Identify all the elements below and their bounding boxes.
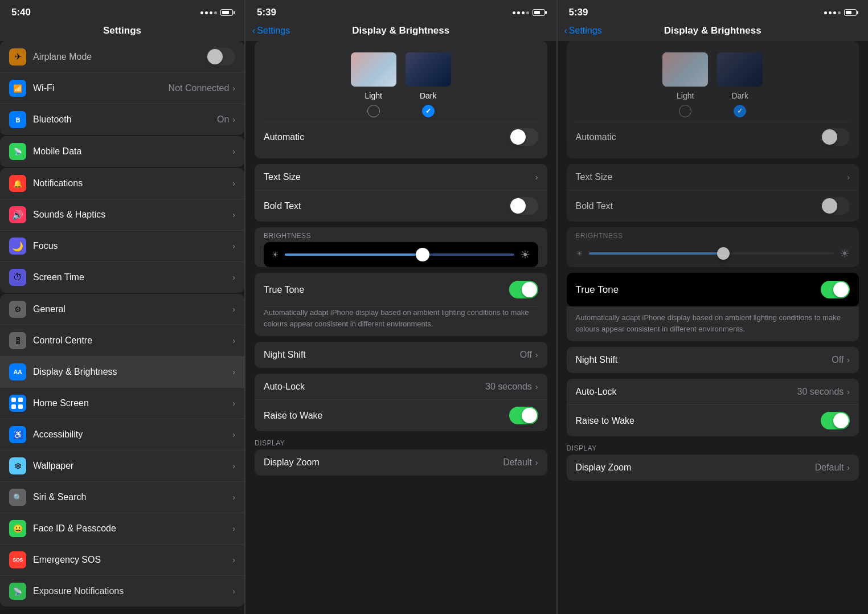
display-zoom-item-1[interactable]: Display Zoom Default › [255, 449, 547, 476]
airplane-toggle[interactable] [206, 48, 235, 66]
wallpaper-item[interactable]: ❄ Wallpaper › [0, 451, 244, 482]
mobile-data-group: 📡 Mobile Data › [0, 136, 244, 167]
dark-mode-option-2[interactable]: Dark [717, 52, 763, 117]
true-tone-toggle-1[interactable] [509, 281, 538, 298]
bold-toggle-2[interactable] [821, 197, 850, 215]
bold-text-item-1[interactable]: Bold Text [255, 190, 547, 222]
light-mode-option-1[interactable]: Light [351, 52, 396, 117]
focus-label: Focus [33, 241, 232, 251]
airplane-icon: ✈ [9, 48, 26, 66]
text-size-label-1: Text Size [264, 172, 535, 182]
light-preview-1 [351, 52, 396, 87]
display-label: Display & Brightness [33, 367, 232, 377]
display-section-label-1: DISPLAY [255, 437, 547, 449]
accessibility-item[interactable]: ♿ Accessibility › [0, 419, 244, 451]
lock-group-2: Auto-Lock 30 seconds › Raise to Wake [567, 379, 859, 436]
focus-item[interactable]: 🌙 Focus › [0, 231, 244, 262]
brightness-thumb-2[interactable] [717, 247, 730, 260]
bold-toggle-1[interactable] [509, 197, 538, 215]
bluetooth-item[interactable]: ʙ Bluetooth On › [0, 104, 244, 135]
screen-time-icon: ⏱ [9, 269, 26, 286]
wifi-icon: 📶 [9, 80, 26, 97]
page-title-2: Display & Brightness [352, 25, 449, 36]
auto-lock-item-1[interactable]: Auto-Lock 30 seconds › [255, 374, 547, 400]
back-button-3[interactable]: ‹ Settings [564, 26, 602, 36]
automatic-toggle-2[interactable] [821, 128, 850, 146]
siri-item[interactable]: 🔍 Siri & Search › [0, 482, 244, 513]
status-time-1: 5:40 [11, 7, 31, 18]
raise-to-wake-item-1[interactable]: Raise to Wake [255, 400, 547, 431]
raise-to-wake-toggle-2[interactable] [821, 412, 850, 429]
light-label-2: Light [677, 91, 694, 100]
display-zoom-value-1: Default [503, 457, 532, 468]
automatic-toggle-1[interactable] [509, 128, 538, 146]
raise-to-wake-toggle-1[interactable] [509, 407, 538, 424]
brightness-thumb-1[interactable] [416, 248, 429, 261]
appearance-section-2: Light Dark Automatic [567, 41, 859, 158]
toggle-knob [822, 198, 837, 214]
brightness-section-2: BRIGHTNESS ☀ ☀ [567, 227, 859, 267]
light-mode-option-2[interactable]: Light [662, 52, 708, 117]
light-radio-1[interactable] [367, 105, 380, 117]
focus-icon: 🌙 [9, 238, 26, 255]
night-shift-item-1[interactable]: Night Shift Off › [255, 342, 547, 368]
true-tone-highlight-2[interactable]: True Tone [567, 273, 859, 306]
home-screen-item[interactable]: Home Screen › [0, 388, 244, 419]
toggle-knob [510, 198, 526, 214]
wifi-item[interactable]: 📶 Wi-Fi Not Connected › [0, 73, 244, 104]
wifi-value: Not Connected [169, 83, 230, 93]
signal-dot [522, 11, 525, 14]
mobile-data-label: Mobile Data [33, 146, 232, 157]
true-tone-item-1[interactable]: True Tone [264, 273, 538, 307]
chevron-icon: › [847, 387, 850, 396]
bold-text-item-2[interactable]: Bold Text [567, 190, 859, 222]
auto-lock-value-2: 30 seconds [797, 387, 844, 397]
automatic-label-1: Automatic [264, 132, 509, 142]
dark-mode-option-1[interactable]: Dark [406, 52, 451, 117]
dark-radio-2[interactable] [734, 105, 746, 117]
chevron-icon: › [535, 382, 538, 391]
airplane-mode-item[interactable]: ✈ Airplane Mode [0, 41, 244, 73]
sounds-item[interactable]: 🔊 Sounds & Haptics › [0, 199, 244, 231]
display-section-2: DISPLAY Display Zoom Default › [567, 442, 859, 481]
back-chevron: ‹ [564, 26, 567, 36]
display-section-1: DISPLAY Display Zoom Default › [255, 437, 547, 476]
chevron-icon: › [232, 524, 235, 533]
text-size-item-1[interactable]: Text Size › [255, 164, 547, 190]
mobile-data-item[interactable]: 📡 Mobile Data › [0, 136, 244, 167]
brightness-track-2[interactable] [589, 252, 834, 255]
notifications-item[interactable]: 🔔 Notifications › [0, 168, 244, 199]
text-size-item-2[interactable]: Text Size › [567, 164, 859, 190]
appearance-section-1: Light Dark Automatic [255, 41, 547, 158]
status-bar-3: 5:39 [558, 0, 869, 23]
auto-lock-item-2[interactable]: Auto-Lock 30 seconds › [567, 379, 859, 405]
general-item[interactable]: ⚙ General › [0, 294, 244, 325]
display-brightness-item[interactable]: AA Display & Brightness › [0, 357, 244, 388]
night-shift-label-1: Night Shift [264, 350, 520, 360]
raise-to-wake-item-2[interactable]: Raise to Wake [567, 405, 859, 436]
control-centre-icon: 🎛 [9, 332, 26, 349]
true-tone-toggle-2[interactable] [821, 281, 850, 298]
display-content-2: Light Dark Automatic [558, 41, 869, 614]
status-icons-2 [513, 9, 545, 16]
back-label-2: Settings [257, 26, 290, 36]
night-shift-item-2[interactable]: Night Shift Off › [567, 347, 859, 373]
brightness-fill-1 [285, 253, 423, 256]
automatic-item-2[interactable]: Automatic [576, 122, 850, 152]
face-id-item[interactable]: 😀 Face ID & Passcode › [0, 513, 244, 545]
dark-label-1: Dark [420, 91, 437, 100]
dark-label-2: Dark [731, 91, 748, 100]
auto-lock-label-2: Auto-Lock [576, 387, 797, 397]
back-button-2[interactable]: ‹ Settings [252, 26, 290, 36]
chevron-icon: › [535, 350, 538, 359]
light-radio-2[interactable] [679, 105, 691, 117]
screen-time-item[interactable]: ⏱ Screen Time › [0, 262, 244, 293]
automatic-item-1[interactable]: Automatic [264, 122, 538, 152]
display-zoom-item-2[interactable]: Display Zoom Default › [567, 455, 859, 481]
brightness-track-1[interactable] [285, 253, 514, 256]
dark-radio-1[interactable] [422, 105, 435, 117]
exposure-item[interactable]: 📡 Exposure Notifications › [0, 576, 244, 607]
emergency-sos-item[interactable]: SOS Emergency SOS › [0, 545, 244, 576]
wallpaper-icon: ❄ [9, 457, 26, 474]
control-centre-item[interactable]: 🎛 Control Centre › [0, 325, 244, 357]
